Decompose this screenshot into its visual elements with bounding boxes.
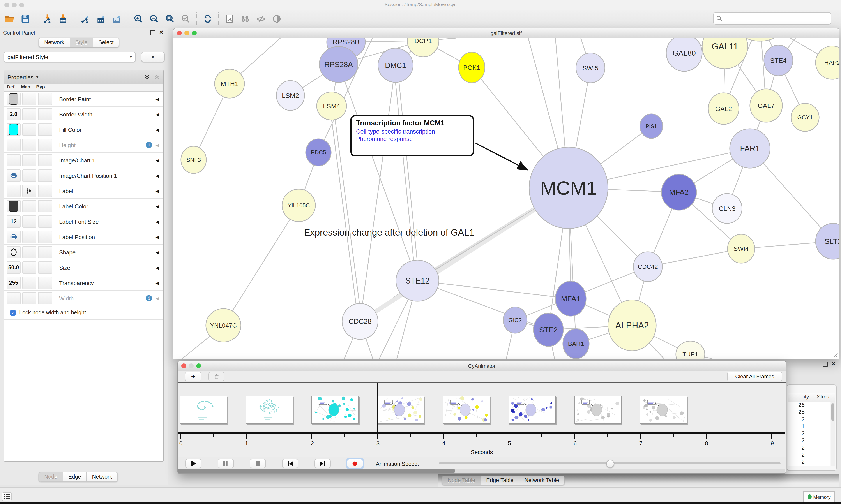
annotation-link-1[interactable]: Cell-type-specific transcription bbox=[356, 128, 468, 135]
node-MFA1[interactable]: MFA1 bbox=[555, 281, 586, 316]
byp-cell[interactable] bbox=[38, 139, 52, 151]
node-GAL11[interactable]: GAL11 bbox=[702, 38, 748, 69]
property-row-width[interactable]: Widthi◀ bbox=[4, 291, 163, 306]
tab-node[interactable]: Node bbox=[38, 472, 63, 482]
property-row-height[interactable]: Heighti◀ bbox=[4, 138, 163, 153]
position-icon[interactable] bbox=[10, 173, 17, 178]
find-icon[interactable] bbox=[239, 12, 252, 25]
node-SNF3[interactable]: SNF3 bbox=[181, 146, 206, 174]
ellipse-icon[interactable] bbox=[10, 248, 17, 256]
property-row-label-color[interactable]: Label Color◀ bbox=[4, 199, 163, 214]
properties-header[interactable]: Properties ▼ bbox=[4, 71, 163, 84]
previous-frame-button[interactable] bbox=[282, 459, 298, 468]
clear-all-frames-button[interactable]: Clear All Frames bbox=[727, 372, 782, 381]
animation-speed-slider[interactable] bbox=[439, 463, 781, 464]
cyanimator-titlebar[interactable]: CyAnimator bbox=[178, 361, 786, 371]
table-row[interactable]: 25 bbox=[788, 409, 830, 416]
byp-cell[interactable] bbox=[38, 200, 52, 212]
node-GIC2[interactable]: GIC2 bbox=[503, 307, 527, 333]
table-row[interactable]: 2 bbox=[788, 437, 830, 445]
node-SLT2[interactable]: SLT2 bbox=[816, 223, 839, 259]
node-SWI4[interactable]: SWI4 bbox=[728, 234, 755, 263]
export-network-icon[interactable] bbox=[78, 12, 92, 25]
node-FAR1[interactable]: FAR1 bbox=[730, 129, 770, 168]
map-cell[interactable] bbox=[22, 292, 36, 304]
expand-row-icon[interactable]: ◀ bbox=[156, 204, 159, 209]
style-options-button[interactable]: ▼ bbox=[141, 52, 165, 62]
node-MCM1[interactable]: MCM1 bbox=[529, 147, 608, 229]
frame-thumbnail-2[interactable] bbox=[311, 396, 359, 424]
table-row[interactable]: 1 bbox=[788, 423, 830, 430]
def-cell[interactable]: 2.0 bbox=[6, 108, 21, 121]
refresh-view-icon[interactable] bbox=[201, 12, 214, 25]
network-canvas[interactable]: RPS28BMTH1LSM2LSM4RPS28ADMC1DCP1PCK1SNF3… bbox=[174, 38, 839, 359]
map-cell[interactable] bbox=[22, 139, 36, 151]
def-cell[interactable]: 12 bbox=[6, 215, 21, 228]
lock-node-size-row[interactable]: ✓ Lock node width and height bbox=[4, 306, 163, 320]
float-panel-icon[interactable] bbox=[150, 30, 155, 35]
node-PDC5[interactable]: PDC5 bbox=[306, 139, 331, 166]
def-cell[interactable] bbox=[6, 93, 21, 105]
map-cell[interactable] bbox=[22, 277, 36, 289]
node-HAP2[interactable]: HAP2 bbox=[816, 46, 839, 79]
float-table-panel-icon[interactable] bbox=[823, 362, 828, 366]
import-network-icon[interactable] bbox=[41, 12, 54, 25]
save-session-icon[interactable] bbox=[19, 12, 32, 25]
tab-select[interactable]: Select bbox=[93, 38, 119, 47]
def-cell[interactable] bbox=[6, 139, 21, 151]
timeline-playhead[interactable] bbox=[377, 383, 378, 432]
position-icon[interactable] bbox=[10, 234, 17, 239]
def-cell[interactable] bbox=[6, 124, 21, 136]
expand-row-icon[interactable]: ◀ bbox=[156, 265, 159, 270]
byp-cell[interactable] bbox=[38, 231, 52, 243]
node-LSM4[interactable]: LSM4 bbox=[317, 92, 346, 120]
tab-style[interactable]: Style bbox=[70, 38, 93, 47]
zoom-in-icon[interactable] bbox=[132, 12, 145, 25]
property-row-size[interactable]: 50.0Size◀ bbox=[4, 260, 163, 275]
column-stress[interactable]: Stres bbox=[817, 394, 829, 400]
node-BAR1[interactable]: BAR1 bbox=[563, 329, 589, 359]
property-row-label-position[interactable]: Label Position◀ bbox=[4, 230, 163, 245]
def-cell[interactable] bbox=[6, 154, 21, 166]
pause-button[interactable] bbox=[217, 459, 234, 468]
node-TUP1[interactable]: TUP1 bbox=[676, 341, 705, 359]
default-swatch[interactable] bbox=[9, 93, 18, 105]
byp-cell[interactable] bbox=[38, 93, 52, 105]
frame-thumbnail-6[interactable] bbox=[574, 396, 622, 424]
expand-row-icon[interactable]: ◀ bbox=[156, 96, 159, 101]
table-row[interactable]: 26 bbox=[788, 401, 830, 409]
expand-row-icon[interactable]: ◀ bbox=[156, 234, 159, 239]
search-field[interactable] bbox=[713, 12, 831, 24]
tab-network[interactable]: Network bbox=[87, 472, 118, 482]
expand-all-icon[interactable] bbox=[144, 74, 150, 80]
node-PCK1[interactable]: PCK1 bbox=[459, 52, 485, 83]
map-cell[interactable] bbox=[22, 108, 36, 121]
map-cell[interactable] bbox=[22, 215, 36, 228]
def-cell[interactable]: 50.0 bbox=[6, 262, 21, 274]
slider-knob[interactable] bbox=[606, 460, 614, 468]
property-row-border-width[interactable]: 2.0Border Width◀ bbox=[4, 107, 163, 122]
column-ity[interactable]: ity bbox=[788, 394, 809, 400]
frame-thumbnail-5[interactable] bbox=[508, 396, 556, 424]
expand-row-icon[interactable]: ◀ bbox=[156, 158, 159, 163]
info-icon[interactable]: i bbox=[146, 142, 152, 148]
byp-cell[interactable] bbox=[38, 292, 52, 304]
node-CDC28[interactable]: CDC28 bbox=[342, 303, 378, 339]
tab-node-table[interactable]: Node Table bbox=[442, 475, 481, 485]
node-STE4[interactable]: STE4 bbox=[764, 45, 793, 76]
zoom-fit-icon[interactable] bbox=[163, 12, 177, 25]
map-cell[interactable] bbox=[22, 246, 36, 258]
node-MTH1[interactable]: MTH1 bbox=[215, 69, 245, 98]
property-row-border-paint[interactable]: Border Paint◀ bbox=[4, 91, 163, 107]
node-RPS28A[interactable]: RPS28A bbox=[319, 47, 358, 82]
close-table-panel-icon[interactable]: ✕ bbox=[831, 362, 836, 366]
annotation-callout[interactable]: Transcription factor MCM1 Cell-type-spec… bbox=[351, 115, 474, 156]
map-cell[interactable] bbox=[22, 185, 36, 197]
default-value[interactable]: 50.0 bbox=[8, 265, 19, 271]
table-header[interactable]: ity Stres bbox=[788, 393, 835, 402]
table-row[interactable]: 2 bbox=[788, 451, 830, 459]
map-cell[interactable] bbox=[22, 93, 36, 105]
map-cell[interactable] bbox=[22, 169, 36, 182]
table-row[interactable]: 2 bbox=[788, 459, 830, 466]
node-SWI5[interactable]: SWI5 bbox=[576, 53, 605, 83]
